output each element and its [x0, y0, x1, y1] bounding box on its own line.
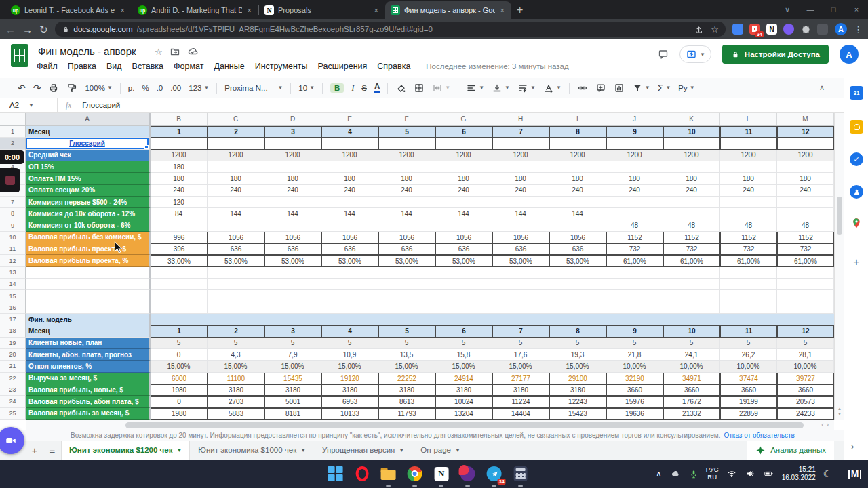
row-header-12[interactable]: 12: [0, 255, 26, 266]
cell[interactable]: 22252: [378, 373, 435, 384]
column-header-K[interactable]: K: [663, 113, 720, 125]
cell[interactable]: 636: [378, 243, 435, 255]
cell[interactable]: [208, 290, 264, 302]
cell[interactable]: 3180: [549, 384, 606, 396]
cell[interactable]: 1200: [378, 150, 435, 161]
row-header-19[interactable]: 19: [0, 338, 26, 349]
extension-dark-icon[interactable]: [817, 24, 828, 35]
decrease-decimal-button[interactable]: .0: [157, 84, 163, 92]
cell[interactable]: 120: [151, 197, 208, 208]
cell[interactable]: 48: [663, 220, 720, 232]
cell[interactable]: 8181: [264, 408, 321, 420]
row-label-9[interactable]: Коммисия от 10k оборота - 6%: [26, 220, 151, 232]
cell[interactable]: 144: [549, 208, 606, 220]
increase-decimal-button[interactable]: .00: [170, 84, 181, 92]
cell[interactable]: 29100: [549, 373, 606, 384]
cell[interactable]: 15,00%: [321, 361, 378, 372]
cell[interactable]: [435, 220, 492, 232]
cell[interactable]: [777, 208, 834, 220]
browser-tab[interactable]: upAndrii D. - Marketing That Drive×: [132, 1, 258, 19]
cell[interactable]: 28,1: [777, 349, 834, 361]
cell[interactable]: 180: [435, 173, 492, 184]
tab-close-icon[interactable]: ×: [499, 6, 506, 14]
cell[interactable]: [777, 290, 834, 302]
cell[interactable]: 240: [321, 185, 378, 197]
back-icon[interactable]: ←: [5, 24, 16, 35]
cell[interactable]: 3660: [663, 384, 720, 396]
cell[interactable]: 180: [264, 173, 321, 184]
cell[interactable]: [720, 302, 777, 314]
insert-link-icon[interactable]: [577, 83, 588, 94]
vertical-scrollbar[interactable]: ▲▼: [834, 113, 844, 420]
cell[interactable]: 32190: [606, 373, 663, 384]
cell[interactable]: [435, 138, 492, 149]
filter-icon[interactable]: ▼: [632, 83, 650, 94]
cell[interactable]: 15,00%: [549, 361, 606, 372]
cell[interactable]: 3180: [264, 384, 321, 396]
browser-avatar[interactable]: A: [835, 23, 847, 35]
microphone-icon[interactable]: [689, 469, 698, 479]
extensions-puzzle-icon[interactable]: [800, 24, 811, 35]
cell[interactable]: [321, 279, 378, 290]
cell[interactable]: 5: [663, 338, 720, 349]
cell[interactable]: 144: [208, 208, 264, 220]
bold-button[interactable]: B: [330, 83, 344, 93]
add-addon-icon[interactable]: +: [850, 256, 863, 269]
cell[interactable]: [606, 267, 663, 279]
cell[interactable]: 53,00%: [435, 255, 492, 266]
cell[interactable]: 53,00%: [492, 255, 549, 266]
telegram-icon[interactable]: 34: [486, 466, 502, 482]
cell[interactable]: [777, 161, 834, 173]
cell[interactable]: [663, 267, 720, 279]
cell[interactable]: 5: [378, 338, 435, 349]
move-folder-icon[interactable]: [170, 46, 180, 57]
cell[interactable]: [264, 302, 321, 314]
cell[interactable]: 3180: [492, 384, 549, 396]
cell[interactable]: 1152: [663, 232, 720, 243]
cell[interactable]: 5: [378, 325, 435, 337]
row-label-15[interactable]: [26, 290, 151, 302]
cell[interactable]: 1200: [720, 150, 777, 161]
vertical-scroll-arrows[interactable]: ▲▼: [835, 406, 844, 417]
cell[interactable]: [264, 290, 321, 302]
cell[interactable]: [720, 279, 777, 290]
cell[interactable]: 3660: [777, 384, 834, 396]
row-label-1[interactable]: Месяц: [26, 126, 151, 138]
cell[interactable]: [492, 267, 549, 279]
cell[interactable]: [378, 161, 435, 173]
cell[interactable]: 1200: [492, 150, 549, 161]
cell[interactable]: 61,00%: [606, 255, 663, 266]
cell[interactable]: 15,00%: [151, 361, 208, 372]
cell[interactable]: 180: [663, 173, 720, 184]
cell[interactable]: [720, 161, 777, 173]
tab-close-icon[interactable]: ×: [373, 6, 380, 14]
menu-Формат[interactable]: Формат: [174, 62, 203, 71]
cell[interactable]: 1200: [151, 150, 208, 161]
cell[interactable]: 13204: [435, 408, 492, 420]
maps-icon[interactable]: [850, 216, 863, 230]
row-label-13[interactable]: [26, 267, 151, 279]
cell[interactable]: 1980: [151, 408, 208, 420]
cell[interactable]: [208, 220, 264, 232]
window-close-icon[interactable]: ×: [845, 0, 868, 19]
collapse-toolbar-icon[interactable]: ∧: [819, 83, 825, 92]
cell[interactable]: 27177: [492, 373, 549, 384]
cell[interactable]: 240: [151, 185, 208, 197]
cell[interactable]: 15,00%: [208, 361, 264, 372]
cell[interactable]: [606, 161, 663, 173]
sheet-tab[interactable]: Юнит экономика $1200 чек▼: [61, 441, 190, 460]
cell[interactable]: 240: [549, 185, 606, 197]
recording-stop-button[interactable]: [0, 168, 20, 192]
cell[interactable]: [321, 138, 378, 149]
cell[interactable]: [151, 279, 208, 290]
column-header-H[interactable]: H: [492, 113, 549, 125]
row-label-16[interactable]: [26, 302, 151, 314]
forward-icon[interactable]: →: [22, 24, 33, 35]
cell[interactable]: 10024: [435, 396, 492, 407]
window-tab-search-icon[interactable]: ∨: [776, 0, 799, 19]
cell[interactable]: [378, 267, 435, 279]
cell[interactable]: 39727: [777, 373, 834, 384]
cell[interactable]: [606, 302, 663, 314]
tab-close-icon[interactable]: ×: [246, 6, 253, 14]
cell[interactable]: 240: [777, 185, 834, 197]
